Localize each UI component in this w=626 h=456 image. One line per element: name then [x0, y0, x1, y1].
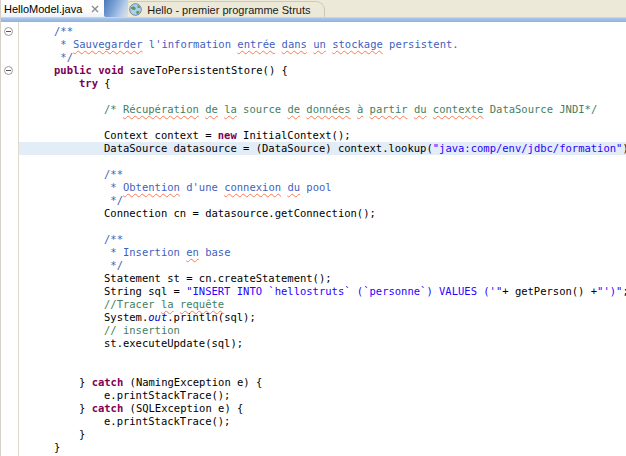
editor-window: HelloModel.java Hello - premier programm…: [0, 0, 626, 456]
code-line: * Insertion en base: [19, 246, 626, 259]
code-line: /**: [19, 233, 626, 246]
fold-collapse-icon[interactable]: [4, 27, 13, 36]
code-line: /* Récupération de la source de données …: [19, 103, 626, 116]
close-icon-glyph: [91, 5, 99, 13]
code-line: [19, 90, 626, 103]
code-line: Connection cn = datasource.getConnection…: [19, 207, 626, 220]
gutter: [1, 22, 19, 456]
code-editor[interactable]: /** * Sauvegarder l'information entrée d…: [1, 22, 626, 456]
code-line: [19, 350, 626, 363]
code-line: }: [19, 428, 626, 441]
close-icon[interactable]: [89, 3, 100, 14]
code-line: * Obtention d'une connexion du pool: [19, 181, 626, 194]
code-line: e.printStackTrace();: [19, 389, 626, 402]
code-line: }: [19, 441, 626, 454]
code-line: } catch (SQLException e) {: [19, 402, 626, 415]
code-line: public void saveToPersistentStore() {: [19, 64, 626, 77]
code-line: [19, 155, 626, 168]
code-line: */: [19, 194, 626, 207]
code-line: [19, 220, 626, 233]
code-area[interactable]: /** * Sauvegarder l'information entrée d…: [19, 22, 626, 456]
editor-tab-bar: HelloModel.java Hello - premier programm…: [1, 0, 626, 18]
tab-hellomodel-java[interactable]: HelloModel.java: [1, 0, 104, 17]
globe-icon: [129, 3, 142, 16]
code-line: [19, 116, 626, 129]
tab-swoosh-decoration: [104, 0, 128, 17]
code-line: //Tracer la requête: [19, 298, 626, 311]
tab-label: HelloModel.java: [4, 3, 89, 15]
code-line: DataSource datasource = (DataSource) con…: [19, 142, 626, 155]
code-line: [19, 363, 626, 376]
code-line: */: [19, 259, 626, 272]
code-line: Statement st = cn.createStatement();: [19, 272, 626, 285]
code-line: /**: [19, 168, 626, 181]
code-line: st.executeUpdate(sql);: [19, 337, 626, 350]
fold-collapse-icon[interactable]: [4, 66, 13, 75]
code-line: /**: [19, 25, 626, 38]
code-line: e.printStackTrace();: [19, 415, 626, 428]
code-line: * Sauvegarder l'information entrée dans …: [19, 38, 626, 51]
code-line: */: [19, 51, 626, 64]
code-line: } catch (NamingException e) {: [19, 376, 626, 389]
code-line: String sql = "INSERT INTO `hellostruts` …: [19, 285, 626, 298]
tab-label: Hello - premier programme Struts: [147, 4, 310, 16]
code-line: try {: [19, 77, 626, 90]
code-line: // insertion: [19, 324, 626, 337]
code-line: System.out.println(sql);: [19, 311, 626, 324]
code-line: Context context = new InitialContext();: [19, 129, 626, 142]
tab-hello-premier-programme-struts[interactable]: Hello - premier programme Struts: [122, 1, 325, 17]
